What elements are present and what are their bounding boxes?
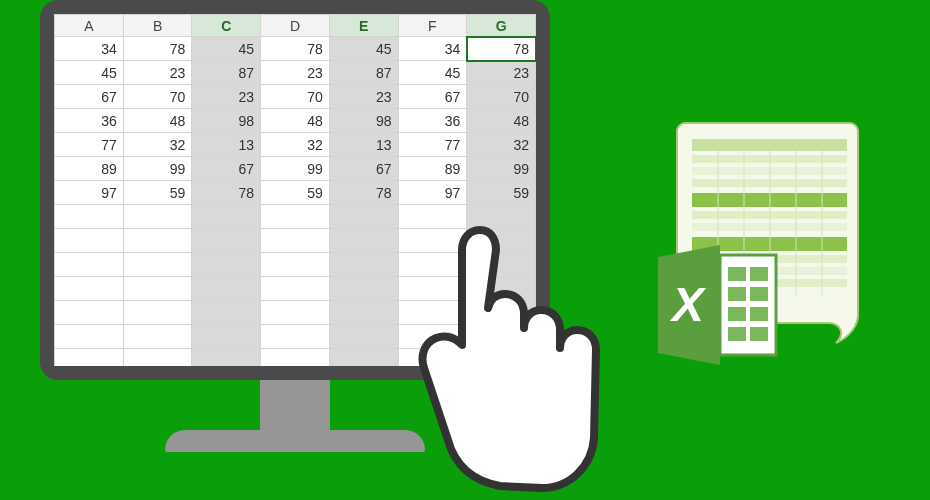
cell-D10[interactable] [261, 253, 330, 277]
cell-E3[interactable]: 23 [329, 85, 398, 109]
cell-C5[interactable]: 13 [192, 133, 261, 157]
cell-D9[interactable] [261, 229, 330, 253]
cell-C10[interactable] [192, 253, 261, 277]
cell-B4[interactable]: 48 [123, 109, 192, 133]
cell-C12[interactable] [192, 301, 261, 325]
cell-E8[interactable] [329, 205, 398, 229]
cell-G13[interactable] [467, 325, 536, 349]
cell-C1[interactable]: 45 [192, 37, 261, 61]
cell-B12[interactable] [123, 301, 192, 325]
cell-B10[interactable] [123, 253, 192, 277]
cell-B11[interactable] [123, 277, 192, 301]
cell-A10[interactable] [55, 253, 124, 277]
column-header-E[interactable]: E [329, 15, 398, 37]
cell-C11[interactable] [192, 277, 261, 301]
cell-E1[interactable]: 45 [329, 37, 398, 61]
cell-F8[interactable] [398, 205, 467, 229]
cell-B6[interactable]: 99 [123, 157, 192, 181]
cell-B9[interactable] [123, 229, 192, 253]
cell-F2[interactable]: 45 [398, 61, 467, 85]
cell-E12[interactable] [329, 301, 398, 325]
cell-D13[interactable] [261, 325, 330, 349]
cell-F5[interactable]: 77 [398, 133, 467, 157]
cell-F14[interactable] [398, 349, 467, 367]
cell-B1[interactable]: 78 [123, 37, 192, 61]
cell-A6[interactable]: 89 [55, 157, 124, 181]
column-header-B[interactable]: B [123, 15, 192, 37]
cell-D7[interactable]: 59 [261, 181, 330, 205]
cell-A4[interactable]: 36 [55, 109, 124, 133]
cell-E5[interactable]: 13 [329, 133, 398, 157]
cell-E11[interactable] [329, 277, 398, 301]
cell-B8[interactable] [123, 205, 192, 229]
cell-C4[interactable]: 98 [192, 109, 261, 133]
cell-G12[interactable] [467, 301, 536, 325]
cell-E14[interactable] [329, 349, 398, 367]
cell-A1[interactable]: 34 [55, 37, 124, 61]
cell-A7[interactable]: 97 [55, 181, 124, 205]
column-header-F[interactable]: F [398, 15, 467, 37]
cell-C13[interactable] [192, 325, 261, 349]
cell-C3[interactable]: 23 [192, 85, 261, 109]
cell-E6[interactable]: 67 [329, 157, 398, 181]
column-header-D[interactable]: D [261, 15, 330, 37]
cell-G2[interactable]: 23 [467, 61, 536, 85]
cell-G11[interactable] [467, 277, 536, 301]
cell-A5[interactable]: 77 [55, 133, 124, 157]
cell-A3[interactable]: 67 [55, 85, 124, 109]
cell-F3[interactable]: 67 [398, 85, 467, 109]
cell-D3[interactable]: 70 [261, 85, 330, 109]
cell-G5[interactable]: 32 [467, 133, 536, 157]
cell-B3[interactable]: 70 [123, 85, 192, 109]
cell-F6[interactable]: 89 [398, 157, 467, 181]
cell-F12[interactable] [398, 301, 467, 325]
cell-C2[interactable]: 87 [192, 61, 261, 85]
cell-E2[interactable]: 87 [329, 61, 398, 85]
cell-G3[interactable]: 70 [467, 85, 536, 109]
cell-F9[interactable] [398, 229, 467, 253]
cell-A13[interactable] [55, 325, 124, 349]
cell-B7[interactable]: 59 [123, 181, 192, 205]
cell-D12[interactable] [261, 301, 330, 325]
cell-B14[interactable] [123, 349, 192, 367]
column-header-row[interactable]: ABCDEFG [55, 15, 536, 37]
cell-D5[interactable]: 32 [261, 133, 330, 157]
cell-G1[interactable]: 78 [467, 37, 536, 61]
cell-E4[interactable]: 98 [329, 109, 398, 133]
cell-G8[interactable] [467, 205, 536, 229]
cell-G14[interactable] [467, 349, 536, 367]
cell-B13[interactable] [123, 325, 192, 349]
cell-D4[interactable]: 48 [261, 109, 330, 133]
cell-A2[interactable]: 45 [55, 61, 124, 85]
cell-C9[interactable] [192, 229, 261, 253]
cell-E7[interactable]: 78 [329, 181, 398, 205]
cell-D8[interactable] [261, 205, 330, 229]
cell-E9[interactable] [329, 229, 398, 253]
cell-D1[interactable]: 78 [261, 37, 330, 61]
cell-G6[interactable]: 99 [467, 157, 536, 181]
cell-F7[interactable]: 97 [398, 181, 467, 205]
column-header-A[interactable]: A [55, 15, 124, 37]
cell-A14[interactable] [55, 349, 124, 367]
cell-A11[interactable] [55, 277, 124, 301]
cell-F1[interactable]: 34 [398, 37, 467, 61]
cell-D6[interactable]: 99 [261, 157, 330, 181]
cell-B5[interactable]: 32 [123, 133, 192, 157]
cell-F11[interactable] [398, 277, 467, 301]
cell-D2[interactable]: 23 [261, 61, 330, 85]
spreadsheet-table[interactable]: ABCDEFG 34784578453478452387238745236770… [54, 14, 536, 366]
cell-A9[interactable] [55, 229, 124, 253]
cell-E10[interactable] [329, 253, 398, 277]
cell-E13[interactable] [329, 325, 398, 349]
cell-C14[interactable] [192, 349, 261, 367]
cell-G10[interactable] [467, 253, 536, 277]
column-header-G[interactable]: G [467, 15, 536, 37]
cell-F4[interactable]: 36 [398, 109, 467, 133]
cell-G4[interactable]: 48 [467, 109, 536, 133]
cell-F13[interactable] [398, 325, 467, 349]
cell-A12[interactable] [55, 301, 124, 325]
cell-B2[interactable]: 23 [123, 61, 192, 85]
cell-A8[interactable] [55, 205, 124, 229]
cell-D14[interactable] [261, 349, 330, 367]
cell-G9[interactable] [467, 229, 536, 253]
